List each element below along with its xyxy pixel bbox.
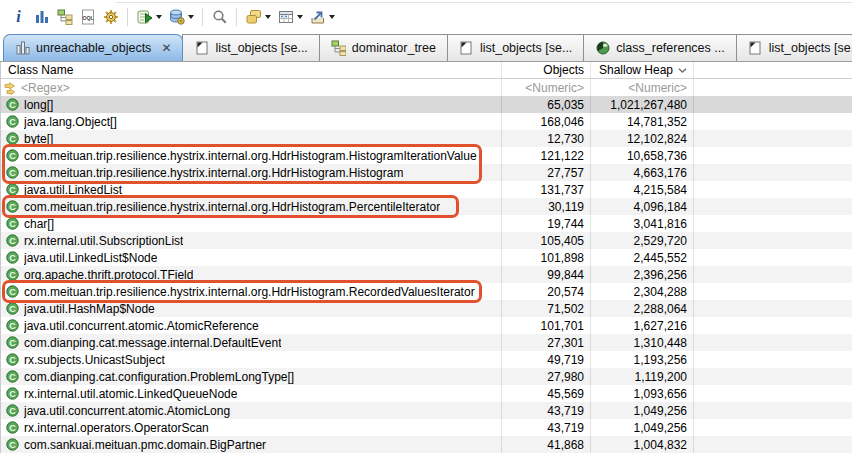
objects-cell: 121,122 [501,147,590,164]
svg-text:C: C [9,151,16,161]
column-header-shallow-heap[interactable]: Shallow Heap [590,62,693,78]
table-row[interactable]: Clong[]65,0351,021,267,480 [1,96,852,113]
info-button[interactable]: i [7,5,30,29]
table-row[interactable]: Cjava.lang.Object[]168,04614,781,352 [1,113,852,130]
svg-text:C: C [9,406,16,416]
class-name-cell: Cjava.util.LinkedList$Node [1,249,501,266]
table-row[interactable]: Ccom.dianping.cat.configuration.ProblemL… [1,368,852,385]
export-button[interactable] [306,5,338,29]
dropdown-arrow-icon[interactable] [329,15,335,19]
histogram-icon [33,8,50,25]
table-row[interactable]: Crx.internal.util.atomic.LinkedQueueNode… [1,385,852,402]
class-name-text: byte[] [24,132,53,146]
table-row[interactable]: Ccom.meituan.trip.resilience.hystrix.int… [1,147,852,164]
tab-class_references[interactable]: class_references ... [583,34,736,61]
tab-close-icon[interactable]: ✕ [161,42,171,54]
objects-cell: 101,898 [501,249,590,266]
table-row[interactable]: Cjava.util.HashMap$Node71,5022,288,064 [1,300,852,317]
row-filler [693,249,852,266]
info-icon: i [10,8,27,25]
dropdown-arrow-icon[interactable] [297,15,303,19]
tab-list_objects-se[interactable]: list_objects [se... [447,34,584,61]
dropdown-arrow-icon[interactable] [156,15,162,19]
calculator-button[interactable] [274,5,306,29]
table-row[interactable]: Ccom.meituan.trip.resilience.hystrix.int… [1,283,852,300]
row-filler [693,232,852,249]
class-name-text: com.sankuai.meituan.pmc.domain.BigPartne… [24,438,266,452]
shallow-heap-cell: 1,193,256 [590,351,693,368]
table-row[interactable]: Cbyte[]12,73012,102,824 [1,130,852,147]
svg-text:C: C [9,117,16,127]
editor-tab-bar: unreachable_objects✕list_objects [se...d… [0,33,852,62]
class-icon: C [6,217,19,230]
column-header-class-name[interactable]: Class Name [1,62,501,78]
shallow-heap-cell: 1,021,267,480 [590,96,693,113]
group-by-button[interactable] [242,5,274,29]
objects-cell: 27,980 [501,368,590,385]
table-row[interactable]: Cjava.util.LinkedList131,7374,215,584 [1,181,852,198]
class-name-text: org.apache.thrift.protocol.TField [24,268,193,282]
dominator-tree-icon [56,8,73,25]
table-row[interactable]: Crx.internal.util.SubscriptionList105,40… [1,232,852,249]
regex-filter-field[interactable]: <Regex> [1,79,501,96]
objects-cell: 105,405 [501,232,590,249]
run-report-button[interactable] [133,5,165,29]
shallow-heap-cell: 2,288,064 [590,300,693,317]
class-icon: C [6,166,19,179]
table-row[interactable]: Ccom.meituan.trip.resilience.hystrix.int… [1,164,852,181]
objects-cell: 99,844 [501,266,590,283]
acquire-heap-dump-button[interactable] [165,5,197,29]
row-filler [693,147,852,164]
histogram-button[interactable] [30,5,53,29]
class-name-cell: Cjava.util.concurrent.atomic.AtomicLong [1,402,501,419]
tab-list_objects-se[interactable]: list_objects [se... [736,34,852,61]
tab-list_objects-se[interactable]: list_objects [se... [182,34,319,61]
tab-label: list_objects [se... [769,41,852,55]
svg-text:C: C [9,168,16,178]
svg-text:C: C [9,202,16,212]
shallow-heap-filter-field[interactable]: <Numeric> [590,79,693,96]
tab-unreachable_objects[interactable]: unreachable_objects✕ [3,34,183,61]
export-icon [309,8,326,25]
shallow-heap-cell: 1,119,200 [590,368,693,385]
class-name-text: rx.internal.util.SubscriptionList [24,234,183,248]
table-row[interactable]: Corg.apache.thrift.protocol.TField99,844… [1,266,852,283]
sort-descending-icon [678,67,687,74]
class-icon: C [6,421,19,434]
dominator-tree-button[interactable] [53,5,76,29]
class-name-cell: Ccom.meituan.trip.resilience.hystrix.int… [1,283,501,300]
row-filler [693,96,852,113]
search-button[interactable] [208,5,231,29]
class-name-text: com.meituan.trip.resilience.hystrix.inte… [24,149,477,163]
dropdown-arrow-icon[interactable] [188,15,194,19]
svg-text:OQL: OQL [82,14,94,20]
table-row[interactable]: Cjava.util.LinkedList$Node101,8982,445,5… [1,249,852,266]
oql-button[interactable]: OQL [76,5,99,29]
row-filler [693,385,852,402]
run-report-icon [136,8,153,25]
table-row[interactable]: Ccom.sankuai.meituan.pmc.domain.BigPartn… [1,436,852,453]
table-row[interactable]: Crx.subjects.UnicastSubject49,7191,193,2… [1,351,852,368]
shallow-heap-cell: 10,658,736 [590,147,693,164]
column-header-objects[interactable]: Objects [501,62,590,78]
table-row[interactable]: Cjava.util.concurrent.atomic.AtomicRefer… [1,317,852,334]
class-name-cell: Cjava.util.LinkedList [1,181,501,198]
table-row[interactable]: Cjava.util.concurrent.atomic.AtomicLong4… [1,402,852,419]
settings-gear-button[interactable] [99,5,122,29]
shallow-heap-cell: 2,304,288 [590,283,693,300]
class-icon: C [6,132,19,145]
column-header-label: Objects [543,63,584,77]
table-row[interactable]: Ccom.dianping.cat.message.internal.Defau… [1,334,852,351]
tab-dominator_tree[interactable]: dominator_tree [319,34,448,61]
dropdown-arrow-icon[interactable] [265,15,271,19]
histogram-table: Class Name Objects Shallow Heap [0,62,852,453]
svg-text:C: C [9,372,16,382]
objects-filter-field[interactable]: <Numeric> [501,79,590,96]
class-icon: C [6,251,19,264]
table-row[interactable]: Cchar[]19,7443,041,816 [1,215,852,232]
row-filler [693,317,852,334]
objects-cell: 168,046 [501,113,590,130]
class-name-cell: Ccom.meituan.trip.resilience.hystrix.int… [1,198,501,215]
table-row[interactable]: Crx.internal.operators.OperatorScan43,71… [1,419,852,436]
table-row[interactable]: Ccom.meituan.trip.resilience.hystrix.int… [1,198,852,215]
